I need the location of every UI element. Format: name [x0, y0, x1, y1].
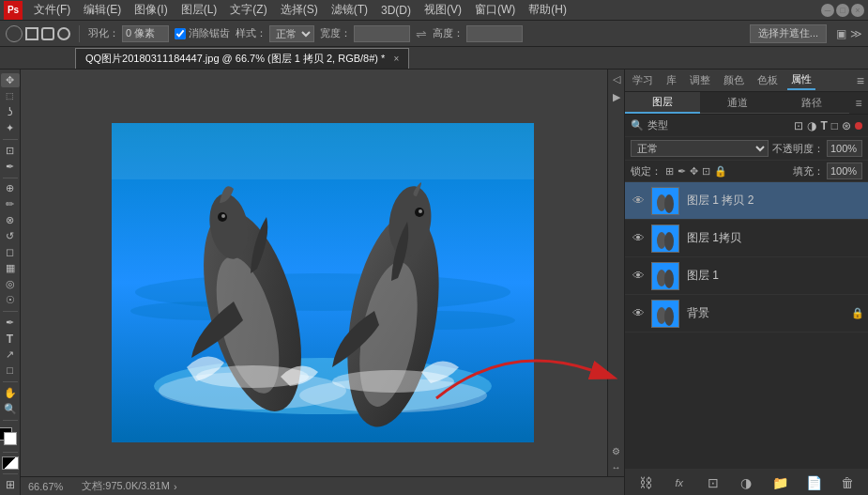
collapse-right-icon[interactable]: ◁ [613, 73, 620, 85]
layer-item-0[interactable]: 👁 图层 1 拷贝 2 [625, 182, 868, 220]
panel-tab-swatches[interactable]: 色板 [754, 71, 782, 89]
menu-file[interactable]: 文件(F) [28, 0, 76, 20]
magic-wand-tool[interactable]: ✦ [1, 121, 20, 135]
menu-window[interactable]: 窗口(W) [469, 0, 521, 20]
eraser-tool[interactable]: ◻ [1, 245, 20, 259]
pen-tool[interactable]: ✒ [1, 316, 20, 330]
opacity-input[interactable] [827, 140, 862, 157]
eyedropper-tool[interactable]: ✒ [1, 160, 20, 174]
screen-mode-tool[interactable]: ⊞ [6, 478, 15, 491]
quick-mask-tool[interactable] [2, 456, 19, 470]
panel-tab-learn[interactable]: 学习 [629, 71, 657, 89]
crop-tool[interactable]: ⊡ [1, 144, 20, 158]
layer-visibility-0[interactable]: 👁 [629, 192, 647, 210]
layer-item-2[interactable]: 👁 图层 1 [625, 257, 868, 295]
filter-text-icon[interactable]: T [820, 119, 827, 132]
path-selection-tool[interactable]: ↗ [1, 348, 20, 362]
filter-shape-icon[interactable]: □ [831, 119, 838, 132]
minimize-button[interactable]: ─ [821, 4, 834, 17]
layer-item-1[interactable]: 👁 图层 1拷贝 [625, 220, 868, 257]
filter-pixel-icon[interactable]: ⊡ [794, 119, 803, 132]
hand-tool[interactable]: ✋ [1, 386, 20, 400]
maximize-button[interactable]: □ [836, 4, 849, 17]
menu-edit[interactable]: 编辑(E) [78, 0, 127, 20]
filter-smart-icon[interactable]: ⊛ [842, 119, 851, 132]
lock-artboard-icon[interactable]: ⊡ [702, 165, 710, 178]
panel-tab-properties[interactable]: 属性 [787, 70, 815, 90]
layers-panel-menu[interactable]: ≡ [849, 92, 868, 114]
lock-all-icon[interactable]: 🔒 [714, 165, 727, 178]
layer-group-button[interactable]: 📁 [770, 473, 789, 492]
layer-fx-button[interactable]: fx [670, 473, 689, 492]
layer-visibility-2[interactable]: 👁 [629, 267, 647, 286]
height-input[interactable] [466, 25, 523, 42]
history-brush-tool[interactable]: ↺ [1, 229, 20, 243]
swap-icon[interactable]: ⇌ [416, 26, 427, 41]
layers-tab-channels[interactable]: 通道 [700, 92, 775, 114]
app-logo: Ps [4, 1, 23, 20]
style-select[interactable]: 正常 [269, 25, 314, 42]
layer-delete-button[interactable]: 🗑 [838, 473, 857, 492]
menu-3d[interactable]: 3D(D) [375, 2, 417, 19]
lock-checkerboard-icon[interactable]: ⊞ [665, 165, 674, 178]
tab-close-icon[interactable]: × [393, 54, 399, 64]
brush-tool[interactable]: ✏ [1, 197, 20, 211]
dodge-tool[interactable]: ☉ [1, 293, 20, 307]
menu-text[interactable]: 文字(Z) [224, 0, 272, 20]
layers-panel: 图层 通道 路径 ≡ 🔍 类型 ⊡ ◑ T □ ⊛ [625, 92, 868, 495]
panel-tab-color[interactable]: 颜色 [720, 71, 748, 89]
lock-paint-icon[interactable]: ✒ [678, 165, 686, 178]
menu-layer[interactable]: 图层(L) [175, 0, 223, 20]
canvas-area[interactable]: 66.67% 文档:975.0K/3.81M › ◁ ▶ ⚙ ↔ [21, 70, 624, 495]
clone-tool[interactable]: ⊗ [1, 213, 20, 227]
rect-option[interactable] [25, 27, 38, 40]
search-icon: 🔍 [631, 119, 644, 131]
play-icon[interactable]: ▶ [613, 91, 620, 103]
layer-link-button[interactable]: ⛓ [636, 473, 655, 492]
antialias-checkbox[interactable] [175, 28, 186, 39]
panel-menu-icon[interactable]: ≡ [857, 73, 864, 88]
selection-tool[interactable]: ⬚ [1, 89, 20, 103]
blur-tool[interactable]: ◎ [1, 277, 20, 291]
close-button[interactable]: × [851, 4, 864, 17]
ellipse-option[interactable] [57, 27, 70, 40]
shape-tool[interactable]: □ [1, 364, 20, 378]
lasso-tool[interactable]: ʖ [1, 105, 20, 119]
healing-tool[interactable]: ⊕ [1, 181, 20, 195]
select-mask-button[interactable]: 选择并遮住... [750, 24, 827, 43]
background-color[interactable] [4, 432, 17, 445]
options-icon-1[interactable]: ⚙ [612, 446, 620, 456]
rounded-rect-option[interactable] [41, 27, 54, 40]
width-input[interactable] [354, 25, 410, 42]
layers-tab-layers[interactable]: 图层 [625, 92, 700, 114]
layer-mask-button[interactable]: ⊡ [704, 473, 723, 492]
panel-toggle-icon[interactable]: ▣ [836, 27, 846, 40]
menu-view[interactable]: 视图(V) [419, 0, 467, 20]
feather-input[interactable] [122, 25, 169, 42]
elliptical-marquee-tool[interactable] [6, 25, 23, 42]
menu-image[interactable]: 图像(I) [129, 0, 173, 20]
menu-select[interactable]: 选择(S) [275, 0, 324, 20]
layer-visibility-1[interactable]: 👁 [629, 229, 647, 248]
menu-help[interactable]: 帮助(H) [523, 0, 572, 20]
document-tab[interactable]: QQ图片20180311184447.jpg @ 66.7% (图层 1 拷贝 … [75, 48, 409, 69]
svg-point-18 [332, 370, 454, 393]
text-tool[interactable]: T [1, 332, 20, 346]
move-tool[interactable]: ✥ [1, 73, 20, 87]
menu-filter[interactable]: 滤镜(T) [326, 0, 373, 20]
layer-visibility-3[interactable]: 👁 [629, 304, 647, 323]
lock-move-icon[interactable]: ✥ [690, 165, 698, 178]
options-icon-2[interactable]: ↔ [612, 462, 621, 472]
fill-input[interactable] [827, 162, 862, 179]
layer-item-3[interactable]: 👁 背景 🔒 [625, 295, 868, 333]
filter-adjust-icon[interactable]: ◑ [807, 119, 816, 132]
layers-tab-paths[interactable]: 路径 [774, 92, 849, 114]
panel-tab-adjustments[interactable]: 调整 [686, 71, 714, 89]
zoom-tool[interactable]: 🔍 [1, 402, 20, 416]
layer-new-button[interactable]: 📄 [804, 473, 823, 492]
blend-mode-select[interactable]: 正常 [631, 140, 769, 157]
panel-tab-libraries[interactable]: 库 [662, 71, 680, 89]
options-menu-icon[interactable]: ≫ [850, 27, 862, 40]
layer-adjustment-button[interactable]: ◑ [737, 473, 755, 492]
gradient-tool[interactable]: ▦ [1, 261, 20, 275]
